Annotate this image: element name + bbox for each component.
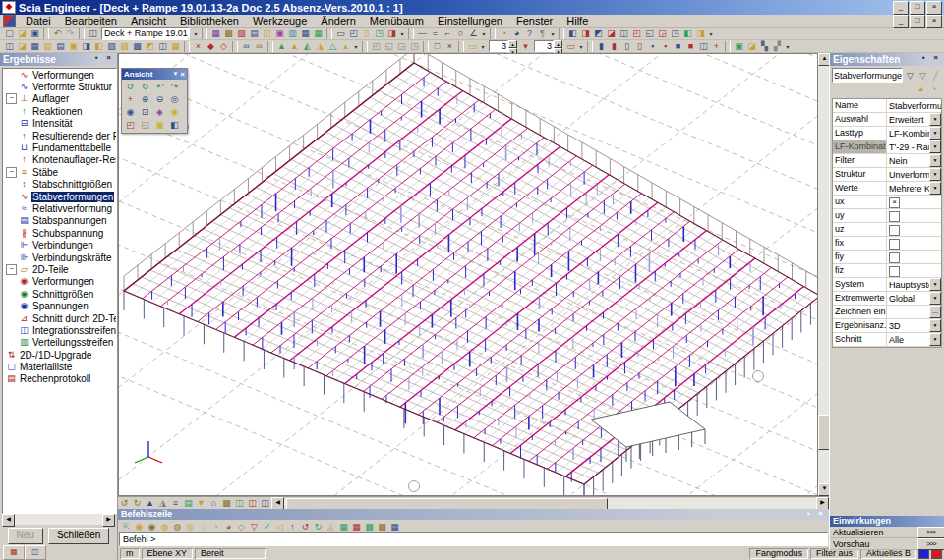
tree-item-intensit-t[interactable]: ⊟Intensität bbox=[3, 118, 116, 130]
command-history-icon[interactable]: ⇱ bbox=[120, 521, 133, 532]
view-layout-9-icon[interactable]: ◳ bbox=[669, 28, 681, 39]
properties-combo[interactable]: Stabverformungen (1) ▼ bbox=[832, 68, 903, 83]
clipboard-icon[interactable]: ◫ bbox=[261, 28, 273, 39]
dropdown-icon[interactable]: ▼ bbox=[929, 140, 941, 153]
dropdown-icon[interactable]: ▼ bbox=[929, 278, 941, 291]
menu-ansicht[interactable]: Ansicht bbox=[124, 15, 173, 28]
result-diagram-1-icon[interactable]: ▮ bbox=[595, 40, 608, 52]
scale-box-icon[interactable]: ▭ bbox=[564, 40, 577, 52]
triangulate-icon[interactable]: ◬ bbox=[324, 521, 337, 532]
ucs-1-icon[interactable]: ◰ bbox=[370, 40, 383, 52]
pin-icon[interactable]: ▪ bbox=[803, 509, 814, 520]
menu-fenster[interactable]: Fenster bbox=[509, 15, 560, 28]
dropdown-icon[interactable]: ▼ bbox=[929, 113, 941, 126]
filter-properties-icon[interactable]: ▽ bbox=[904, 70, 916, 82]
shading-mode-icon[interactable]: ▤ bbox=[182, 497, 195, 509]
zoom-window-icon[interactable]: ◎ bbox=[167, 93, 182, 106]
render-options-icon[interactable]: ◱ bbox=[138, 119, 152, 132]
mdi-close-button[interactable]: × bbox=[926, 15, 942, 28]
close-icon[interactable]: × bbox=[815, 509, 826, 520]
tree-item-integrationsstreifen[interactable]: ◫Integrationsstreifen bbox=[3, 324, 116, 336]
menu-werkzeuge[interactable]: Werkzeuge bbox=[246, 15, 314, 28]
layer-box-icon[interactable]: ▭ bbox=[466, 40, 479, 52]
view-layout-2-icon[interactable]: ◨ bbox=[579, 28, 592, 39]
snap-node-icon[interactable]: ◉ bbox=[146, 521, 158, 532]
zoom-in-icon[interactable]: ⊕ bbox=[138, 93, 152, 106]
label-loads-icon[interactable]: ▣ bbox=[67, 40, 80, 52]
close-icon[interactable]: × bbox=[930, 53, 941, 64]
redo-icon[interactable]: ↷ bbox=[64, 28, 77, 39]
checkbox-unchecked[interactable] bbox=[889, 266, 900, 277]
previous-point-icon[interactable]: ◁ bbox=[273, 521, 286, 532]
snap-point-5-icon[interactable]: △ bbox=[326, 40, 339, 52]
result-diagram-5-icon[interactable]: ▪ bbox=[646, 40, 659, 52]
view-layout-3-icon[interactable]: ◩ bbox=[592, 28, 605, 39]
redo-point-icon[interactable]: ↻ bbox=[312, 521, 324, 532]
tree-item-schubspannung[interactable]: ∦Schubspannung bbox=[3, 227, 116, 239]
gallery-icon[interactable]: ▣ bbox=[273, 28, 286, 39]
undo-icon[interactable]: ↶ bbox=[51, 28, 64, 39]
toolbar-dropdown-icon[interactable]: ▾ bbox=[479, 43, 487, 50]
checkbox-unchecked[interactable] bbox=[889, 211, 900, 222]
dropdown-icon[interactable]: ▼ bbox=[929, 319, 941, 332]
layer-view-3-icon[interactable]: ◫ bbox=[259, 497, 271, 509]
view-parameters-icon[interactable]: ◰ bbox=[123, 119, 138, 132]
snap-point-6-icon[interactable]: ▴ bbox=[339, 40, 352, 52]
rotate-up-icon[interactable]: ↶ bbox=[152, 81, 167, 93]
close-button[interactable]: × bbox=[926, 1, 942, 15]
checkbox-unchecked[interactable] bbox=[889, 225, 900, 236]
snap-point-3-icon[interactable]: ◭ bbox=[301, 40, 314, 52]
snap-point-4-icon[interactable]: ◮ bbox=[314, 40, 326, 52]
tree-item-verformungen[interactable]: ◉Verformungen bbox=[3, 276, 116, 288]
chart-colors-icon[interactable]: ◕ bbox=[914, 84, 927, 95]
beam-display-icon[interactable]: ◪ bbox=[16, 40, 29, 52]
schliessen-button[interactable]: Schließen bbox=[48, 528, 109, 544]
view-layout-6-icon[interactable]: ◰ bbox=[630, 28, 643, 39]
snap-intersection-icon[interactable]: ◎ bbox=[184, 521, 197, 532]
snap-point-1-icon[interactable]: ▲ bbox=[275, 40, 288, 52]
zoom-out-icon[interactable]: ⊖ bbox=[152, 93, 167, 106]
ellipsis-button[interactable]: ... bbox=[929, 306, 941, 318]
menu-datei[interactable]: Datei bbox=[19, 15, 58, 28]
command-input[interactable]: Befehl > bbox=[119, 532, 828, 546]
send-document-icon[interactable]: ◨ bbox=[385, 28, 398, 39]
snap-mode-cell[interactable]: Fangmodus bbox=[749, 548, 808, 559]
edit-properties-icon[interactable]: ╱ bbox=[929, 70, 942, 82]
delete-icon[interactable]: × bbox=[192, 40, 205, 52]
close-icon[interactable]: × bbox=[180, 69, 185, 80]
menu-bearbeiten[interactable]: Bearbeiten bbox=[58, 15, 124, 28]
table-results-icon[interactable]: ▦ bbox=[299, 28, 312, 39]
open-project-icon[interactable]: ◪ bbox=[16, 28, 29, 39]
zoom-selection-icon[interactable]: ⊡ bbox=[138, 106, 152, 119]
rotate-down-icon[interactable]: ↷ bbox=[167, 81, 182, 93]
perspective-mode-icon[interactable]: ▼ bbox=[195, 497, 207, 509]
render-wire-icon[interactable]: ◨ bbox=[80, 40, 92, 52]
view-layout-10-icon[interactable]: ◧ bbox=[681, 28, 694, 39]
dock-tab-window-icon[interactable]: ◫ bbox=[25, 545, 46, 560]
rotate-left-icon[interactable]: ↺ bbox=[123, 81, 138, 93]
mesh-refine-4-icon[interactable]: ▩ bbox=[376, 521, 388, 532]
document-icon[interactable]: ▤ bbox=[248, 28, 261, 39]
menu-men-baum[interactable]: Menübaum bbox=[363, 15, 431, 28]
viewport-vscrollbar[interactable]: ▲ ▼ bbox=[818, 53, 829, 496]
tree-item-st-be[interactable]: −≡Stäbe bbox=[3, 166, 116, 178]
toolbar-dropdown-icon[interactable]: ▾ bbox=[398, 30, 406, 37]
copy-entity-icon[interactable]: ◇ bbox=[217, 40, 230, 52]
toolbar-dropdown-icon[interactable]: ▾ bbox=[577, 43, 585, 50]
select-window-icon[interactable]: □ bbox=[431, 40, 443, 52]
coordinates-info-icon[interactable]: ▣ bbox=[152, 119, 167, 132]
tree-item-stabschnittgr-en[interactable]: ↕Stabschnittgrößen bbox=[3, 179, 116, 191]
menu-einstellungen[interactable]: Einstellungen bbox=[431, 15, 509, 28]
rotate-view-right-icon[interactable]: ↻ bbox=[131, 497, 144, 509]
viewport-hscrollbar[interactable] bbox=[284, 498, 816, 509]
layer-view-2-icon[interactable]: ◫ bbox=[246, 497, 259, 509]
tree-item-materialliste[interactable]: ▢Materialliste bbox=[3, 361, 116, 372]
dropdown-icon[interactable]: ▼ bbox=[929, 127, 941, 140]
snap-tangent-icon[interactable]: ◔ bbox=[209, 521, 222, 532]
deselect-all-icon[interactable]: × bbox=[443, 40, 456, 52]
menu--ndern[interactable]: Ändern bbox=[314, 15, 362, 28]
mesh-refine-5-icon[interactable]: ▦ bbox=[388, 521, 401, 532]
tree-item-schnitt-durch-2d-teil[interactable]: ⊿Schnitt durch 2D-Teil bbox=[3, 312, 116, 324]
home-view-icon[interactable]: ⌂ bbox=[207, 497, 220, 509]
pin-result-icon[interactable]: ◫ bbox=[697, 40, 710, 52]
